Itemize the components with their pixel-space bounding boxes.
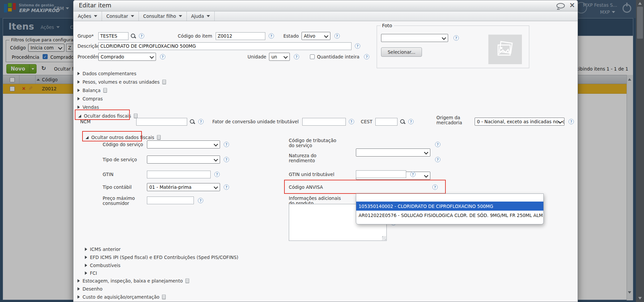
preco-maximo-input[interactable] bbox=[147, 197, 194, 204]
search-icon[interactable] bbox=[190, 119, 195, 125]
quantidade-inteira-checkbox[interactable] bbox=[310, 54, 315, 59]
help-icon[interactable]: ? bbox=[364, 54, 369, 59]
close-icon[interactable]: × bbox=[569, 1, 575, 9]
note-icon[interactable] bbox=[162, 80, 166, 84]
section-efd[interactable]: EFD ICMS IPI (Sped fiscal) e EFD Contrib… bbox=[85, 254, 238, 261]
info-label-line1: Informações adicionais bbox=[289, 196, 341, 201]
grupo-value: TESTES bbox=[100, 33, 117, 39]
section-dados-complementares[interactable]: Dados complementares bbox=[77, 70, 136, 77]
tipo-servico-label: Tipo de serviço bbox=[103, 157, 147, 162]
section-ocultar-outros-dados-fiscais[interactable]: Ocultar outros dados fiscais bbox=[86, 134, 161, 141]
preco-label-line1: Preço máximo bbox=[103, 196, 135, 201]
origem-label-line1: Origem da bbox=[436, 115, 460, 120]
gtin-unid-input[interactable] bbox=[356, 170, 406, 178]
menu-consultar-filho[interactable]: Consultar filho bbox=[139, 11, 187, 21]
gtin-input[interactable] bbox=[147, 171, 211, 178]
gtin-label: GTIN bbox=[103, 172, 147, 177]
descricao-input[interactable]: CLORIDRATO DE CIPROFLOXACINO 500MG bbox=[98, 42, 352, 50]
search-icon[interactable] bbox=[400, 119, 406, 125]
origem-mercadoria-select[interactable]: 0 - Nacional, exceto as indicadas nos c bbox=[475, 118, 565, 126]
preco-maximo-label: Preço máximo consumidor bbox=[103, 196, 135, 206]
codigo-tributacao-select[interactable] bbox=[356, 148, 430, 157]
codigo-tributacao-label: Código de tributação do serviço bbox=[289, 138, 336, 148]
section-label: ICMS anterior bbox=[90, 247, 120, 252]
help-icon[interactable]: ? bbox=[214, 172, 220, 177]
selecionar-button-label: Selecionar... bbox=[388, 49, 415, 55]
codigo-anvisa-dropdown: 105350140002 - CLORIDRATO DE CIPROFLOXAC… bbox=[356, 193, 544, 224]
help-icon[interactable]: ? bbox=[410, 172, 416, 177]
help-icon[interactable]: ? bbox=[269, 33, 274, 39]
dropdown-option[interactable]: AR012022E0576 - SOLUCAO FISIOLOGICA CLOR… bbox=[356, 211, 543, 220]
menu-consultar-label: Consultar bbox=[106, 13, 128, 19]
section-label: Vendas bbox=[83, 104, 99, 110]
grupo-label: Grupo* bbox=[77, 33, 98, 39]
help-icon[interactable]: ? bbox=[224, 157, 229, 162]
help-icon[interactable]: ? bbox=[198, 119, 204, 124]
section-vendas[interactable]: Vendas bbox=[77, 104, 99, 111]
codigo-servico-label: Código do serviço bbox=[103, 142, 147, 147]
grupo-input[interactable]: TESTES bbox=[98, 32, 128, 40]
section-label: Dados complementares bbox=[83, 71, 136, 76]
comment-icon[interactable] bbox=[556, 3, 565, 8]
section-icms-anterior[interactable]: ICMS anterior bbox=[85, 246, 120, 253]
collapsed-arrow-icon bbox=[77, 89, 80, 92]
fator-conversao-label: Fator de conversão unidade tributável bbox=[212, 119, 299, 124]
dialog-menu-bar: Ações Consultar Consultar filho Ajuda bbox=[73, 11, 578, 21]
help-icon[interactable]: ? bbox=[435, 142, 440, 147]
fator-conversao-input[interactable] bbox=[302, 118, 346, 126]
section-combustiveis[interactable]: Combustíveis bbox=[85, 262, 120, 269]
estado-label: Estado bbox=[283, 33, 299, 39]
help-icon[interactable]: ? bbox=[569, 119, 574, 124]
help-icon[interactable]: ? bbox=[334, 33, 340, 39]
menu-consultar[interactable]: Consultar bbox=[102, 11, 139, 21]
menu-ajuda[interactable]: Ajuda bbox=[187, 11, 215, 21]
section-custo-aquisicao[interactable]: Custo de aquisição/orçamentação bbox=[77, 294, 166, 300]
help-icon[interactable]: ? bbox=[355, 43, 360, 49]
help-icon[interactable]: ? bbox=[224, 142, 229, 147]
tipo-contabil-label: Tipo contábil bbox=[103, 184, 147, 190]
note-icon[interactable] bbox=[162, 295, 166, 299]
help-icon[interactable]: ? bbox=[349, 119, 354, 124]
note-icon[interactable] bbox=[185, 278, 189, 283]
tipo-contabil-select[interactable]: 01 - Matéria-prima bbox=[147, 183, 220, 191]
selecionar-button[interactable]: Selecionar... bbox=[381, 47, 422, 57]
codigo-servico-select[interactable] bbox=[147, 140, 220, 148]
menu-acoes[interactable]: Ações bbox=[73, 11, 102, 21]
section-desenho[interactable]: Desenho bbox=[77, 286, 102, 292]
codigo-item-input[interactable]: Z0012 bbox=[216, 32, 265, 40]
preco-label-line2: consumidor bbox=[103, 201, 129, 206]
collapsed-arrow-icon bbox=[77, 279, 80, 283]
section-fci[interactable]: FCI bbox=[85, 270, 97, 276]
unidade-select[interactable]: un bbox=[269, 53, 290, 61]
procedencia-select[interactable]: Comprado bbox=[98, 53, 156, 61]
section-compras[interactable]: Compras bbox=[77, 95, 103, 102]
help-icon[interactable]: ? bbox=[224, 184, 229, 190]
dropdown-option-selected[interactable]: 105350140002 - CLORIDRATO DE CIPROFLOXAC… bbox=[356, 202, 543, 211]
help-icon[interactable]: ? bbox=[435, 157, 440, 162]
foto-select[interactable] bbox=[381, 34, 448, 42]
cest-input[interactable] bbox=[375, 118, 397, 126]
natureza-label-line2: rendimento bbox=[289, 158, 315, 163]
section-estocagem[interactable]: Estocagem, inspeção, baixa e planejament… bbox=[77, 277, 189, 284]
note-icon[interactable] bbox=[103, 88, 107, 93]
dialog-title-bar[interactable]: Editar item × bbox=[73, 0, 578, 11]
help-icon[interactable]: ? bbox=[294, 54, 299, 59]
origem-mercadoria-label: Origem da mercadoria bbox=[436, 115, 462, 125]
dropdown-option-empty[interactable] bbox=[356, 195, 543, 202]
help-icon[interactable]: ? bbox=[432, 184, 438, 190]
help-icon[interactable]: ? bbox=[160, 54, 165, 59]
estado-select[interactable]: Ativo bbox=[302, 32, 330, 40]
help-icon[interactable]: ? bbox=[198, 198, 203, 203]
search-icon[interactable] bbox=[130, 33, 136, 39]
section-balanca[interactable]: Balança bbox=[77, 87, 107, 94]
help-icon[interactable]: ? bbox=[139, 33, 144, 39]
tipo-servico-select[interactable] bbox=[147, 156, 220, 164]
help-icon[interactable]: ? bbox=[408, 119, 414, 124]
section-pesos-volumes[interactable]: Pesos, volumes e outras unidades bbox=[77, 79, 166, 85]
help-icon[interactable]: ? bbox=[453, 35, 459, 41]
resize-grip-icon[interactable] bbox=[382, 236, 386, 240]
foto-legend: Foto bbox=[380, 23, 394, 28]
note-icon[interactable] bbox=[157, 135, 161, 140]
ncm-label: NCM bbox=[80, 119, 136, 124]
ncm-input[interactable] bbox=[136, 118, 187, 126]
